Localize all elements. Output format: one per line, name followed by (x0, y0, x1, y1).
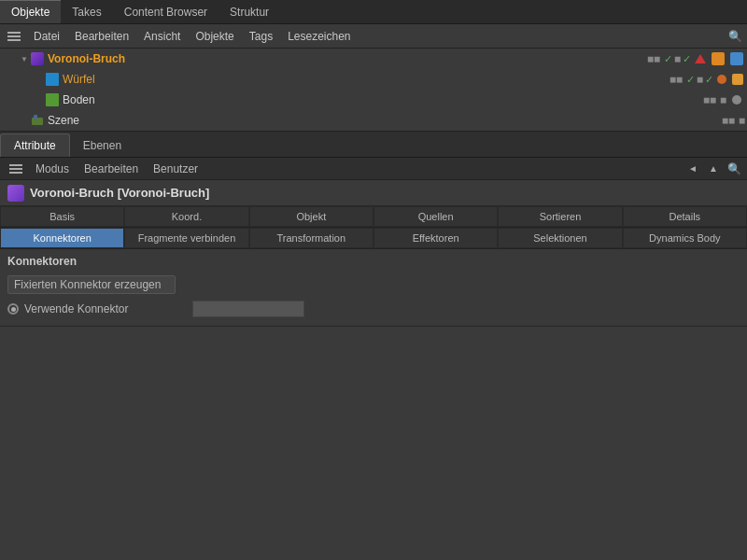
tree-arrow-boden (34, 94, 45, 105)
circle-icon-wurfel (717, 75, 726, 84)
menu-tags[interactable]: Tags (242, 27, 280, 46)
attr-toolbar-modus[interactable]: Modus (28, 161, 77, 177)
tab-struktur[interactable]: Struktur (218, 0, 280, 23)
tab-content-browser[interactable]: Content Browser (113, 0, 218, 23)
tab-koord[interactable]: Koord. (124, 206, 248, 227)
circle2-icon-boden (732, 95, 741, 105)
tab-grid-row2: Konnektoren Fragmente verbinden Transfor… (0, 228, 747, 249)
object-tree: Voronoi-Bruch ◼◼ ✓ ◼ ✓ Würfel ◼◼ ✓ ◼ ✓ (0, 49, 747, 132)
menu-objekte[interactable]: Objekte (188, 27, 241, 46)
tree-label-szene: Szene (48, 114, 722, 127)
tab-ebenen[interactable]: Ebenen (70, 134, 134, 157)
radio-verwende-konnektor[interactable] (7, 303, 19, 315)
orange-sq-voronoi (712, 52, 725, 65)
attribute-panel-tabs: Attribute Ebenen (0, 132, 747, 158)
tab-konnektoren[interactable]: Konnektoren (0, 228, 124, 248)
attr-toolbar-hamburger[interactable] (6, 159, 26, 179)
section-title: Konnektoren (7, 255, 740, 268)
tab-basis[interactable]: Basis (0, 206, 124, 227)
menu-bar: Datei Bearbeiten Ansicht Objekte Tags Le… (0, 24, 747, 49)
obj-voronoi-icon (7, 185, 24, 202)
tab-selektionen[interactable]: Selektionen (498, 228, 622, 248)
check-icon-voronoi2: ✓ (683, 53, 691, 65)
title-tabs-bar: Objekte Takes Content Browser Struktur (0, 0, 747, 24)
verwende-konnektor-label: Verwende Konnektor (24, 302, 192, 315)
tab-fragmente[interactable]: Fragmente verbinden (124, 228, 248, 248)
attr-toolbar-icons: 🔍 (685, 161, 741, 176)
menu-bearbeiten[interactable]: Bearbeiten (67, 27, 136, 46)
tree-arrow-wurfel (34, 74, 45, 85)
tree-controls-voronoi: ◼◼ ✓ ◼ ✓ (647, 52, 745, 65)
cube-icon (45, 72, 60, 87)
tree-controls-szene: ◼◼ ◼ (722, 116, 745, 125)
tree-label-voronoi: Voronoi-Bruch (48, 52, 647, 65)
tab-grid-row1: Basis Koord. Objekt Quellen Sortieren De… (0, 206, 747, 228)
check-icon-wurfel: ✓ (686, 74, 695, 86)
attr-toolbar-bearbeiten[interactable]: Bearbeiten (77, 161, 146, 177)
verwende-konnektor-row: Verwende Konnektor (7, 298, 740, 320)
hamburger-icon[interactable] (4, 26, 24, 47)
tree-controls-boden: ◼◼ ◼ (703, 95, 745, 105)
tab-sortieren[interactable]: Sortieren (498, 206, 622, 227)
floor-icon (45, 92, 60, 107)
up-arrow-icon[interactable] (706, 161, 721, 176)
menu-datei[interactable]: Datei (26, 27, 67, 46)
tab-objekte[interactable]: Objekte (0, 0, 61, 23)
scene-icon (30, 113, 45, 128)
tree-row-boden[interactable]: Boden ◼◼ ◼ (0, 90, 747, 110)
konnektor-erzeugen-row: Fixierten Konnektor erzeugen (7, 273, 740, 296)
tree-label-boden: Boden (63, 93, 703, 106)
blue-sq-voronoi (730, 52, 743, 65)
voronoi-icon (30, 51, 45, 66)
tree-row-voronoi[interactable]: Voronoi-Bruch ◼◼ ✓ ◼ ✓ (0, 49, 747, 69)
check-icon-wurfel2: ✓ (705, 74, 713, 86)
check-icon-voronoi: ✓ (664, 53, 672, 65)
attr-toolbar-benutzer[interactable]: Benutzer (146, 161, 205, 177)
menu-ansicht[interactable]: Ansicht (136, 27, 188, 46)
tree-controls-wurfel: ◼◼ ✓ ◼ ✓ (669, 74, 745, 86)
blue-sq-wurfel (732, 74, 743, 85)
object-title: Voronoi-Bruch [Voronoi-Bruch] (30, 186, 209, 200)
attr-search-icon[interactable]: 🔍 (726, 161, 741, 176)
tab-attribute[interactable]: Attribute (0, 133, 70, 157)
tab-quellen[interactable]: Quellen (374, 206, 498, 227)
tab-effektoren[interactable]: Effektoren (374, 228, 498, 248)
tree-label-wurfel: Würfel (63, 73, 669, 86)
tab-takes[interactable]: Takes (61, 0, 112, 23)
tree-row-szene[interactable]: Szene ◼◼ ◼ (0, 110, 747, 131)
tree-arrow-szene (19, 115, 30, 126)
tab-objekt[interactable]: Objekt (249, 206, 374, 227)
search-icon[interactable]: 🔍 (726, 28, 743, 45)
fixierten-konnektor-label[interactable]: Fixierten Konnektor erzeugen (7, 275, 176, 294)
object-title-row: Voronoi-Bruch [Voronoi-Bruch] (0, 180, 747, 206)
tree-expand-voronoi[interactable] (19, 53, 30, 64)
back-arrow-icon[interactable] (685, 161, 700, 176)
tab-details[interactable]: Details (623, 206, 747, 227)
tab-transformation[interactable]: Transformation (249, 228, 374, 248)
svg-rect-1 (34, 115, 37, 119)
svg-rect-0 (32, 118, 43, 125)
attribute-toolbar: Modus Bearbeiten Benutzer 🔍 (0, 158, 747, 180)
tab-dynamics-body[interactable]: Dynamics Body (623, 228, 747, 248)
verwende-konnektor-input[interactable] (192, 301, 304, 317)
konnektoren-section: Konnektoren Fixierten Konnektor erzeugen… (0, 249, 747, 327)
menu-lesezeichen[interactable]: Lesezeichen (280, 27, 358, 46)
tree-row-wurfel[interactable]: Würfel ◼◼ ✓ ◼ ✓ (0, 69, 747, 90)
triangle-icon-voronoi (695, 54, 706, 63)
